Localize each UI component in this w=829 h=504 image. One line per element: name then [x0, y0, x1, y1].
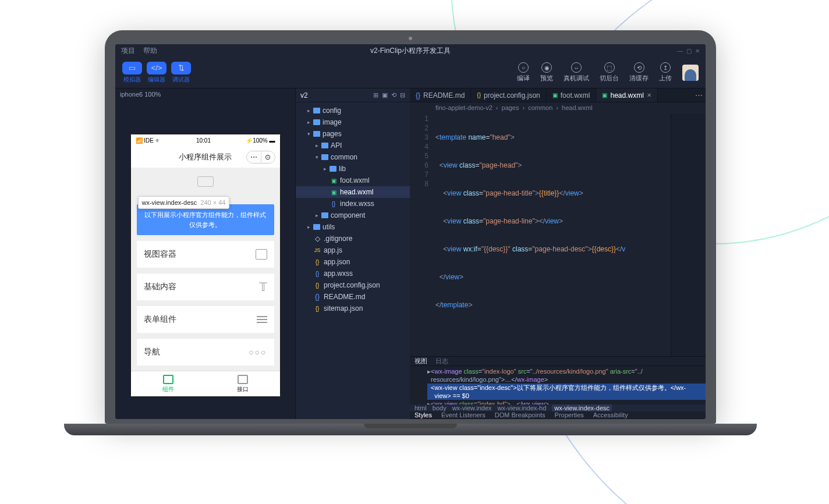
editor-toggle[interactable]: </>编辑器 [147, 62, 166, 84]
list-item[interactable]: 表单组件 [137, 306, 274, 333]
upload-icon: ↥ [660, 62, 671, 73]
crumb[interactable]: common [528, 104, 552, 111]
tree-node[interactable]: {}project.config.json [296, 279, 410, 291]
devtools-subtab[interactable]: Styles [414, 411, 432, 418]
tree-node[interactable]: {}index.wxss [296, 198, 410, 210]
tab-label: project.config.json [484, 91, 540, 100]
tree-node[interactable]: {}app.json [296, 256, 410, 268]
tree-node[interactable]: ▸config [296, 105, 410, 116]
menu-help[interactable]: 帮助 [143, 46, 157, 56]
tree-node[interactable]: ◇.gitignore [296, 233, 410, 244]
device-statusbar: 📶 IDE ᯤ 10:01 ⚡100% ▬ [131, 134, 280, 146]
tab-api[interactable]: 接口 [206, 371, 280, 396]
device-info[interactable]: iphone6 100% [115, 88, 295, 102]
capsule-menu[interactable]: ⋯ [247, 151, 261, 163]
file-icon [313, 131, 320, 137]
devtools-subtabs: StylesEvent ListenersDOM BreakpointsProp… [410, 411, 706, 419]
battery-icon: ⚡100% ▬ [246, 137, 275, 144]
code-area[interactable]: 12345678 <template name="head"> <view cl… [410, 113, 706, 356]
grid-icon [163, 375, 173, 384]
tree-node[interactable]: ▣head.wxml [296, 186, 410, 198]
devtools-subtab[interactable]: Event Listeners [441, 411, 486, 418]
file-name: index.wxss [340, 200, 374, 208]
dom-crumb[interactable]: wx-view.index-desc [552, 404, 612, 411]
tree-node[interactable]: ▸image [296, 116, 410, 128]
background-icon: ⬚ [604, 62, 615, 73]
debugger-toggle[interactable]: ⇅调试器 [171, 62, 191, 84]
list-item[interactable]: 视图容器 [137, 241, 274, 268]
minimize-icon[interactable]: — [677, 48, 683, 54]
file-tree: ▸config▸image▾pages▸API▾common▸lib▣foot.… [296, 102, 410, 419]
project-root[interactable]: v2 [300, 91, 308, 100]
tree-node[interactable]: ▾pages [296, 128, 410, 140]
more-tabs[interactable]: ⋯ [692, 88, 706, 102]
item-label: 导航 [144, 347, 160, 357]
file-icon: {} [313, 282, 321, 289]
tree-node[interactable]: {}sitemap.json [296, 303, 410, 314]
device-frame: 📶 IDE ᯤ 10:01 ⚡100% ▬ 小程序组件展示 ⋯ ⊙ [130, 134, 281, 397]
tooltip-selector: wx-view.index-desc [142, 199, 197, 206]
list-item[interactable]: 基础内容𝕋 [137, 274, 274, 300]
devtools-subtab[interactable]: DOM Breakpoints [495, 411, 545, 418]
tab-component[interactable]: 组件 [131, 371, 206, 396]
tree-node[interactable]: ▸component [296, 210, 410, 221]
crumb[interactable]: pages [502, 104, 519, 111]
new-folder-icon[interactable]: ▣ [382, 91, 388, 99]
close-tab-icon[interactable]: ✕ [647, 92, 651, 98]
tree-node[interactable]: JSapp.js [296, 244, 410, 256]
crumb[interactable]: head.wxml [562, 104, 593, 111]
file-icon [313, 108, 320, 113]
background-button[interactable]: ⬚切后台 [600, 62, 619, 83]
editor-tab[interactable]: {}project.config.json [471, 88, 546, 102]
status-time: 10:01 [161, 137, 246, 144]
tree-node[interactable]: {}README.md [296, 291, 410, 303]
tree-node[interactable]: ▾common [296, 151, 410, 163]
editor-tab[interactable]: {}README.md [410, 88, 471, 102]
tree-node[interactable]: ▣foot.wxml [296, 175, 410, 186]
clear-cache-button[interactable]: ⟲清缓存 [629, 62, 649, 83]
menu-icon [257, 316, 267, 323]
dt-tab-log[interactable]: 日志 [435, 357, 448, 365]
file-name: .gitignore [324, 235, 352, 243]
capsule-close[interactable]: ⊙ [261, 151, 275, 163]
devtools-subtab[interactable]: Properties [555, 411, 584, 418]
refresh-icon[interactable]: ⟲ [391, 91, 396, 99]
crumb[interactable]: fino-applet-demo-v2 [435, 104, 493, 111]
chevron-icon: ▸ [324, 166, 330, 172]
collapse-icon[interactable]: ⊟ [400, 91, 405, 99]
maximize-icon[interactable]: ▢ [686, 48, 692, 54]
user-avatar[interactable] [682, 65, 699, 81]
file-icon: {} [477, 92, 481, 98]
tree-node[interactable]: ▸API [296, 140, 410, 151]
close-icon[interactable]: ✕ [695, 48, 700, 54]
minimap[interactable] [671, 114, 706, 356]
tree-node[interactable]: ▸lib [296, 163, 410, 175]
devtools-subtab[interactable]: Accessibility [593, 411, 628, 418]
file-name: head.wxml [340, 188, 373, 196]
remote-debug-button[interactable]: ↔真机调试 [564, 62, 589, 83]
tree-node[interactable]: ▸utils [296, 221, 410, 233]
simulator-toggle[interactable]: ▭模拟器 [122, 62, 142, 84]
file-icon: ▣ [330, 178, 338, 184]
tree-node[interactable]: {}app.wxss [296, 268, 410, 279]
dom-crumb[interactable]: wx-view.index-hd [498, 404, 547, 411]
editor-tab[interactable]: ▣head.wxml✕ [596, 88, 657, 102]
tab-label: head.wxml [610, 91, 643, 100]
compile-button[interactable]: ○编译 [517, 62, 530, 83]
dom-crumb[interactable]: body [433, 404, 447, 411]
preview-button[interactable]: ◉预览 [540, 62, 553, 83]
upload-button[interactable]: ↥上传 [659, 62, 672, 83]
cache-icon: ⟲ [634, 62, 644, 73]
file-icon: ▣ [552, 92, 558, 98]
file-icon: ◇ [313, 235, 321, 243]
dt-tab-view[interactable]: 视图 [414, 357, 427, 365]
file-name: sitemap.json [324, 304, 363, 313]
new-file-icon[interactable]: ⊞ [373, 91, 378, 99]
dom-crumb[interactable]: wx-view.index [452, 404, 492, 411]
menu-project[interactable]: 项目 [121, 46, 135, 56]
list-item[interactable]: 导航○○○ [137, 339, 274, 365]
editor-tab[interactable]: ▣foot.wxml [547, 88, 597, 102]
file-name: lib [339, 165, 346, 173]
dom-tree[interactable]: ▸<wx-image class="index-logo" src="../re… [410, 366, 706, 404]
dom-crumb[interactable]: html [414, 404, 427, 411]
